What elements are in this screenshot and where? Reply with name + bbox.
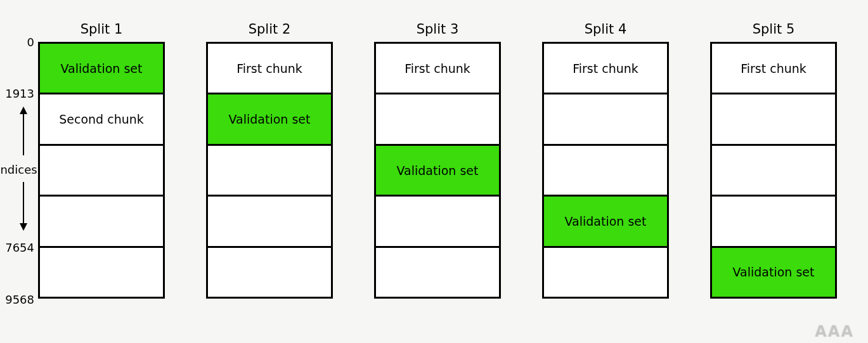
split2-fold3: [208, 144, 331, 195]
split-title-3: Split 3: [374, 22, 501, 37]
split-stack-1: Validation set Second chunk: [38, 42, 165, 299]
split-title-5: Split 5: [710, 22, 837, 37]
diagram-canvas: 0 1913 7654 9568 indices Split 1 Validat…: [0, 0, 868, 343]
split-stack-2: First chunk Validation set: [206, 42, 333, 299]
split5-fold1: First chunk: [712, 44, 835, 93]
split2-fold5: [208, 246, 331, 297]
tick-0: 0: [0, 36, 34, 49]
axis-label: indices: [0, 163, 39, 176]
split3-fold3-validation: Validation set: [376, 144, 499, 195]
split1-fold2: Second chunk: [40, 93, 163, 143]
split1-fold1-validation: Validation set: [40, 44, 163, 93]
split5-fold3: [712, 144, 835, 195]
split5-fold2: [712, 93, 835, 143]
split3-fold5: [376, 246, 499, 297]
split1-fold4: [40, 195, 163, 245]
split-title-1: Split 1: [38, 22, 165, 37]
split5-fold5-validation: Validation set: [712, 246, 835, 297]
split4-fold3: [544, 144, 667, 195]
split5-fold4: [712, 195, 835, 245]
split3-fold2: [376, 93, 499, 143]
split-title-4: Split 4: [542, 22, 669, 37]
arrow-down-icon: [23, 182, 24, 230]
tick-1913: 1913: [0, 87, 34, 100]
split4-fold5: [544, 246, 667, 297]
split4-fold4-validation: Validation set: [544, 195, 667, 245]
split3-fold4: [376, 195, 499, 245]
split4-fold1: First chunk: [544, 44, 667, 93]
split2-fold4: [208, 195, 331, 245]
split4-fold2: [544, 93, 667, 143]
split-stack-5: First chunk Validation set: [710, 42, 837, 299]
split1-fold5: [40, 246, 163, 297]
watermark: AAA: [815, 323, 854, 340]
split-title-2: Split 2: [206, 22, 333, 37]
split2-fold1: First chunk: [208, 44, 331, 93]
split1-fold3: [40, 144, 163, 195]
arrow-up-icon: [23, 108, 24, 155]
split-stack-4: First chunk Validation set: [542, 42, 669, 299]
split2-fold2-validation: Validation set: [208, 93, 331, 143]
tick-9568: 9568: [0, 293, 34, 306]
split3-fold1: First chunk: [376, 44, 499, 93]
tick-7654: 7654: [0, 241, 34, 254]
split-stack-3: First chunk Validation set: [374, 42, 501, 299]
